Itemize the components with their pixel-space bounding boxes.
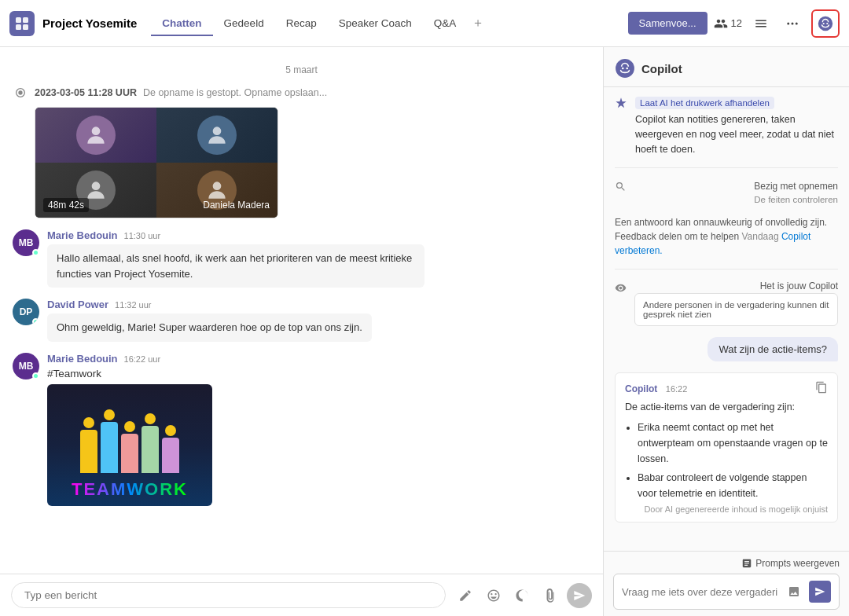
video-duration: 48m 42s [43, 198, 89, 212]
msg-header-1: Marie Bedouin 11:30 uur [47, 229, 590, 241]
cp-action-item-1: Erika neemt contact op met het ontwerpte… [638, 420, 828, 467]
system-message: 2023-03-05 11:28 UUR De opname is gestop… [13, 85, 590, 101]
cp-fact-check: De feiten controleren [754, 193, 838, 207]
online-indicator [32, 249, 39, 256]
svg-point-7 [818, 16, 832, 30]
cp-send-button[interactable] [809, 581, 831, 603]
video-person-name: Daniela Madera [203, 200, 270, 211]
msg-header-2: David Power 11:32 uur [47, 299, 590, 310]
svg-point-6 [796, 22, 798, 24]
more-icon [785, 16, 799, 31]
app-icon [9, 11, 35, 36]
vandaag-text: Vandaag [741, 231, 778, 242]
participants-count: 12 [731, 17, 742, 29]
gif-inner: TEAMWORK [47, 384, 212, 506]
system-text: De opname is gestopt. Opname opslaan... [143, 87, 327, 98]
chat-panel: 5 maart 2023-03-05 11:28 UUR De opname i… [0, 47, 604, 616]
cp-feature-description: Copilot kan notities genereren, taken we… [635, 112, 838, 156]
sticker-button[interactable] [510, 584, 534, 607]
cp-action-item-2: Babar controleert de volgende stappen vo… [638, 470, 828, 501]
msg-time-2: 11:32 uur [115, 300, 151, 310]
teamwork-label: TEAMWORK [72, 479, 188, 506]
cp-private-text-area: Het is jouw Copilot Andere personen in d… [634, 280, 838, 326]
msg-author-1: Marie Bedouin [47, 229, 118, 241]
svg-rect-0 [16, 17, 21, 23]
attach-icon [543, 588, 557, 603]
samenvoe-button[interactable]: Samenvoe... [628, 12, 708, 35]
msg-author-2: David Power [47, 299, 108, 310]
format-button[interactable] [454, 584, 477, 607]
msg-bubble-2: Ohm geweldig, Marie! Super waarderen hoe… [47, 314, 372, 342]
tab-recap[interactable]: Recap [275, 11, 328, 35]
cp-feature-tag: Laat AI het drukwerk afhandelen [635, 97, 774, 109]
copilot-footer: Prompts weergeven [604, 551, 849, 616]
cp-copilot-yours: Het is jouw Copilot [760, 280, 838, 292]
attach-button[interactable] [538, 584, 562, 607]
people-icon [714, 16, 728, 31]
tab-speaker-coach[interactable]: Speaker Coach [328, 11, 423, 35]
svg-point-17 [622, 68, 624, 70]
svg-point-8 [823, 22, 825, 24]
message-input[interactable] [11, 582, 446, 608]
copilot-header: Copilot [604, 47, 849, 87]
prompts-button[interactable]: Prompts weergeven [741, 558, 840, 569]
prompts-label: Prompts weergeven [755, 558, 840, 569]
copilot-button[interactable] [811, 9, 840, 38]
emoji-button[interactable] [482, 584, 505, 607]
svg-point-16 [616, 59, 634, 78]
image-icon [788, 585, 800, 598]
top-bar-right: Samenvoe... 12 [628, 9, 840, 38]
cp-footer-top: Prompts weergeven [613, 558, 840, 569]
eye-icon [615, 282, 627, 297]
msg-bubble-1: Hallo allemaal, als snel hoofd, ik werk … [47, 244, 424, 288]
copilot-icon [817, 15, 834, 32]
cp-send-icon [814, 586, 825, 597]
participants-button[interactable]: 12 [714, 16, 742, 31]
cp-input-icons [784, 581, 831, 603]
video-thumbnail: ··· [35, 107, 278, 218]
copilot-panel: Copilot Laat AI het drukwerk afhandelen … [604, 47, 849, 616]
svg-rect-2 [16, 24, 21, 30]
msg-content-1: Marie Bedouin 11:30 uur Hallo allemaal, … [47, 229, 590, 288]
cp-response-meta: Copilot 16:22 [625, 381, 687, 395]
copilot-input[interactable] [622, 586, 777, 598]
cp-feature-item: Laat AI het drukwerk afhandelen Copilot … [615, 95, 838, 156]
cp-status-text-area: Bezig met opnemen De feiten controleren [634, 179, 838, 207]
more-options-button[interactable] [748, 11, 774, 36]
svg-point-5 [792, 22, 794, 24]
cp-disclaimer-area: Een antwoord kan onnauwkeurig of onvolle… [615, 215, 838, 258]
nav-tabs: Chatten Gedeeld Recap Speaker Coach Q&A … [151, 9, 489, 38]
send-button[interactable] [567, 583, 592, 608]
search-icon [615, 181, 627, 196]
cp-divider-2 [615, 269, 838, 270]
project-title: Project Yosemite [42, 16, 137, 30]
top-bar-left: Project Yosemite [9, 11, 137, 36]
svg-point-12 [92, 126, 101, 135]
ellipsis-button[interactable] [780, 11, 805, 36]
cp-image-button[interactable] [784, 581, 804, 602]
msg-header-3: Marie Bedouin 16:22 uur [47, 353, 590, 365]
svg-rect-1 [23, 17, 28, 23]
user-query-bubble: Wat zijn de actie-items? [708, 337, 838, 361]
user-query-wrapper: Wat zijn de actie-items? [615, 334, 838, 365]
copy-button[interactable] [815, 381, 828, 396]
cp-feature-text: Laat AI het drukwerk afhandelen Copilot … [635, 95, 838, 156]
tab-gedeeld[interactable]: Gedeeld [213, 11, 275, 35]
message-group-2: DP David Power 11:32 uur Ohm geweldig, M… [13, 299, 590, 342]
svg-point-18 [626, 68, 628, 70]
svg-point-15 [213, 182, 222, 190]
tab-chatten[interactable]: Chatten [151, 11, 212, 35]
avatar-marie-1: MB [13, 229, 39, 256]
tab-qa[interactable]: Q&A [423, 11, 468, 35]
svg-point-14 [92, 182, 101, 190]
svg-rect-3 [23, 24, 28, 30]
online-indicator-3 [32, 372, 39, 380]
copilot-title: Copilot [641, 62, 682, 75]
chat-messages: 5 maart 2023-03-05 11:28 UUR De opname i… [0, 47, 603, 574]
video-cell-1 [35, 108, 156, 163]
cp-ai-disclaimer: Door AI gegenereerde inhoud is mogelijk … [625, 504, 828, 514]
top-bar: Project Yosemite Chatten Gedeeld Recap S… [0, 0, 849, 47]
system-timestamp: 2023-03-05 11:28 UUR [35, 87, 137, 98]
msg-time-3: 16:22 uur [124, 354, 160, 364]
tab-add-button[interactable]: ＋ [467, 9, 489, 38]
